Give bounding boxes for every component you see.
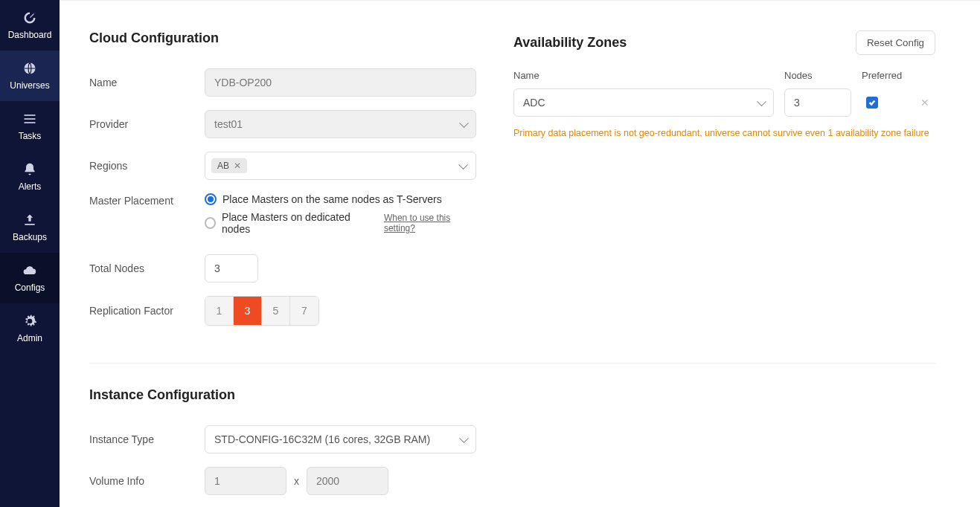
instance-config-title: Instance Configuration [89, 387, 935, 403]
remove-az-icon[interactable]: ✕ [920, 97, 935, 109]
sidebar-item-backups[interactable]: Backups [0, 202, 60, 253]
az-name-select[interactable] [513, 88, 774, 117]
region-chip-label: AB [217, 161, 229, 171]
az-col-nodes: Nodes [784, 70, 851, 81]
cloud-icon [22, 263, 37, 278]
az-nodes-input[interactable] [784, 88, 851, 117]
total-nodes-input[interactable] [205, 254, 258, 282]
label-provider: Provider [89, 118, 205, 130]
gear-icon [22, 314, 37, 329]
label-replication-factor: Replication Factor [89, 305, 205, 317]
volume-count-input[interactable] [205, 467, 286, 495]
geo-redundancy-warning: Primary data placement is not geo-redund… [513, 127, 935, 141]
rf-button-group: 1 3 5 7 [205, 296, 319, 326]
sidebar-item-configs[interactable]: Configs [0, 253, 60, 303]
svg-rect-2 [25, 118, 36, 120]
provider-select[interactable] [205, 110, 476, 138]
rf-option-3[interactable]: 3 [234, 297, 262, 325]
az-row: ✕ [513, 88, 935, 117]
radio-same-label: Place Masters on the same nodes as T-Ser… [222, 193, 442, 205]
radio-dedicated-label: Place Masters on dedicated nodes [222, 211, 369, 235]
instance-type-select[interactable] [205, 425, 476, 453]
section-divider [89, 363, 935, 364]
sidebar-item-dashboard[interactable]: Dashboard [0, 0, 60, 51]
sidebar-item-alerts[interactable]: Alerts [0, 152, 60, 202]
reset-config-button[interactable]: Reset Config [856, 30, 935, 55]
label-instance-type: Instance Type [89, 433, 205, 445]
cloud-config-title: Cloud Configuration [89, 30, 476, 46]
svg-rect-3 [25, 122, 36, 123]
main-content: Cloud Configuration Name Provider Region… [60, 0, 980, 507]
sidebar-item-label: Dashboard [8, 30, 52, 40]
volume-multiply-label: x [294, 475, 299, 487]
sidebar-item-universes[interactable]: Universes [0, 51, 60, 101]
region-chip: AB ✕ [211, 158, 247, 173]
rf-option-5[interactable]: 5 [262, 297, 290, 325]
rf-option-7[interactable]: 7 [290, 297, 318, 325]
globe-icon [22, 61, 37, 76]
rf-option-1[interactable]: 1 [205, 297, 234, 325]
master-placement-help-link[interactable]: When to use this setting? [384, 213, 476, 233]
svg-rect-1 [25, 114, 36, 116]
upload-icon [22, 213, 37, 227]
az-col-name: Name [513, 70, 774, 81]
sidebar-item-label: Universes [10, 80, 49, 91]
list-icon [22, 112, 37, 126]
label-volume-info: Volume Info [89, 475, 205, 487]
az-name-value [513, 88, 774, 117]
az-title: Availability Zones [513, 35, 627, 51]
sidebar-item-label: Configs [15, 282, 45, 293]
sidebar-item-label: Alerts [19, 181, 42, 192]
sidebar: Dashboard Universes Tasks Alerts Backups… [0, 0, 60, 507]
gauge-icon [22, 10, 37, 25]
provider-value [205, 110, 476, 138]
sidebar-item-admin[interactable]: Admin [0, 303, 60, 354]
label-master-placement: Master Placement [89, 193, 205, 207]
sidebar-item-label: Tasks [19, 131, 42, 141]
check-icon [868, 99, 876, 106]
label-name: Name [89, 77, 205, 88]
sidebar-item-label: Backups [13, 232, 47, 242]
instance-type-value [205, 425, 476, 453]
bell-icon [22, 162, 37, 177]
label-regions: Regions [89, 160, 205, 172]
remove-region-icon[interactable]: ✕ [234, 161, 241, 171]
preferred-checkbox[interactable] [866, 97, 878, 109]
name-input[interactable] [205, 68, 476, 97]
radio-dedicated-nodes[interactable] [205, 217, 216, 229]
regions-multiselect[interactable]: AB ✕ [205, 152, 476, 180]
az-col-preferred: Preferred [862, 70, 910, 81]
volume-size-input[interactable] [307, 467, 388, 495]
radio-same-nodes[interactable] [205, 193, 217, 205]
label-total-nodes: Total Nodes [89, 262, 205, 274]
sidebar-item-label: Admin [17, 333, 42, 343]
sidebar-item-tasks[interactable]: Tasks [0, 101, 60, 152]
